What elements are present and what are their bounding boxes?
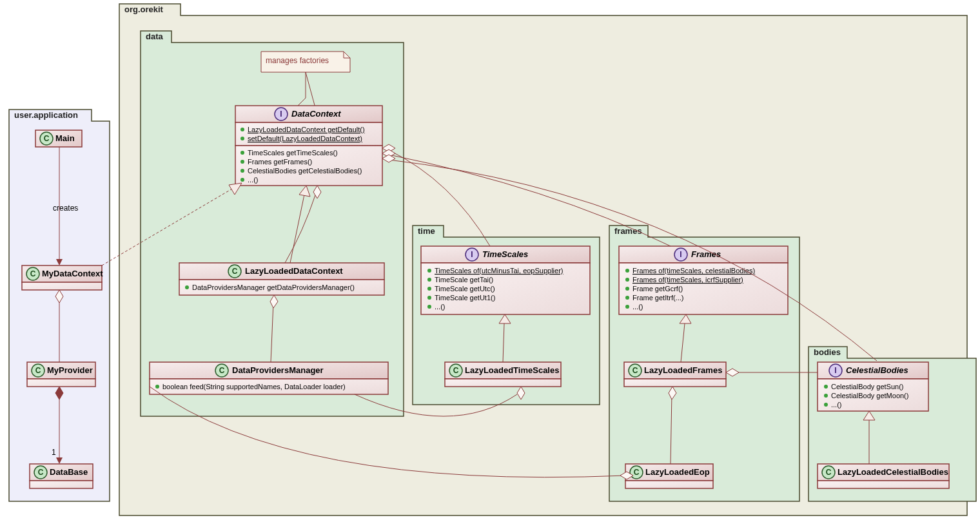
edge-label-creates: creates: [53, 204, 78, 213]
svg-text:C: C: [826, 468, 832, 477]
svg-text:CelestialBodies getCelestialBo: CelestialBodies getCelestialBodies(): [248, 167, 362, 175]
class-mydatacontext: C MyDataContext: [22, 265, 103, 290]
svg-text:C: C: [38, 468, 44, 477]
svg-text:LazyLoadedTimeScales: LazyLoadedTimeScales: [465, 365, 559, 375]
svg-text:...(): ...(): [435, 303, 446, 311]
svg-text:manages factories: manages factories: [266, 56, 329, 65]
svg-point-44: [185, 285, 189, 289]
svg-text:C: C: [632, 366, 638, 375]
interface-celestialbodies: I CelestialBodies CelestialBody getSun()…: [818, 362, 928, 411]
svg-rect-16: [30, 481, 93, 488]
class-myprovider: C MyProvider: [27, 362, 95, 387]
svg-text:I: I: [471, 250, 473, 259]
class-database: C DataBase: [30, 464, 93, 488]
svg-rect-94: [625, 481, 713, 488]
svg-text:Frame getItrf(...): Frame getItrf(...): [632, 294, 683, 302]
svg-text:TimeScale getTai(): TimeScale getTai(): [435, 276, 493, 284]
svg-text:I: I: [680, 250, 681, 259]
svg-point-107: [824, 403, 828, 407]
svg-text:Frames: Frames: [691, 249, 721, 259]
svg-text:C: C: [232, 267, 238, 276]
svg-point-31: [240, 151, 244, 155]
svg-text:TimeScales of(utcMinusTai, eop: TimeScales of(utcMinusTai, eopSupplier): [435, 267, 564, 274]
svg-point-78: [625, 269, 629, 273]
svg-text:C: C: [219, 366, 225, 375]
svg-text:C: C: [30, 269, 36, 278]
svg-point-37: [240, 178, 244, 182]
svg-point-82: [625, 287, 629, 291]
svg-point-27: [240, 137, 244, 140]
svg-point-80: [625, 278, 629, 282]
svg-point-66: [427, 305, 431, 309]
svg-point-25: [240, 128, 244, 131]
svg-text:C: C: [35, 366, 41, 375]
svg-text:TimeScale getUt1(): TimeScale getUt1(): [435, 294, 495, 302]
svg-text:DataContext: DataContext: [291, 109, 341, 119]
svg-text:DataProvidersManager getDataPr: DataProvidersManager getDataProvidersMan…: [192, 284, 355, 291]
edge-label-one: 1: [52, 448, 56, 457]
class-main: C Main: [35, 130, 82, 147]
svg-text:CelestialBody getSun(): CelestialBody getSun(): [831, 383, 904, 390]
svg-text:LazyLoadedDataContext: LazyLoadedDataContext: [245, 266, 343, 276]
svg-point-105: [824, 394, 828, 398]
svg-rect-89: [624, 379, 726, 387]
svg-text:Frames getFrames(): Frames getFrames(): [248, 158, 312, 166]
svg-text:boolean feed(String supportedN: boolean feed(String supportedNames, Data…: [162, 383, 346, 390]
interface-timescales: I TimeScales TimeScales of(utcMinusTai, …: [421, 246, 590, 314]
svg-text:MyProvider: MyProvider: [47, 365, 93, 375]
svg-text:setDefault(LazyLoadedDataConte: setDefault(LazyLoadedDataContext): [248, 135, 362, 142]
svg-text:I: I: [280, 110, 282, 119]
svg-text:C: C: [44, 134, 50, 143]
svg-text:LazyLoadedDataContext getDefau: LazyLoadedDataContext getDefault(): [248, 126, 365, 133]
svg-text:TimeScales getTimeScales(): TimeScales getTimeScales(): [248, 149, 338, 157]
svg-text:TimeScales: TimeScales: [482, 249, 528, 259]
svg-rect-69: [445, 379, 561, 387]
svg-point-58: [427, 269, 431, 273]
class-dataprovidersmanager: C DataProvidersManager boolean feed(Stri…: [150, 362, 388, 394]
svg-point-64: [427, 296, 431, 300]
svg-text:...(): ...(): [632, 303, 643, 311]
svg-rect-6: [22, 282, 102, 290]
svg-text:C: C: [453, 366, 459, 375]
svg-text:C: C: [634, 468, 640, 477]
package-data: data: [141, 31, 404, 416]
svg-text:Frames of(timeScales, icrfSupp: Frames of(timeScales, icrfSupplier): [632, 276, 743, 284]
svg-text:Main: Main: [55, 133, 75, 143]
svg-text:CelestialBody getMoon(): CelestialBody getMoon(): [831, 392, 908, 399]
package-user-label: user.application: [14, 110, 78, 120]
svg-text:TimeScale getUtc(): TimeScale getUtc(): [435, 285, 495, 293]
svg-point-35: [240, 169, 244, 173]
svg-text:LazyLoadedFrames: LazyLoadedFrames: [644, 365, 722, 375]
svg-text:LazyLoadedCelestialBodies: LazyLoadedCelestialBodies: [838, 467, 948, 477]
class-lazyloadedeop: C LazyLoadedEop: [625, 464, 713, 488]
class-lazyloadedcelestialbodies: C LazyLoadedCelestialBodies: [818, 464, 949, 488]
package-orekit-label: org.orekit: [124, 5, 164, 14]
class-lazyloadedtimescales: C LazyLoadedTimeScales: [445, 362, 561, 387]
svg-text:LazyLoadedEop: LazyLoadedEop: [645, 467, 710, 477]
class-lazyloadedframes: C LazyLoadedFrames: [624, 362, 726, 387]
svg-rect-11: [27, 379, 95, 387]
svg-text:Frames of(timeScales, celestia: Frames of(timeScales, celestialBodies): [632, 267, 755, 274]
svg-text:CelestialBodies: CelestialBodies: [846, 365, 908, 375]
svg-point-51: [155, 385, 159, 389]
svg-text:DataBase: DataBase: [50, 467, 88, 477]
interface-datacontext: I DataContext LazyLoadedDataContext getD…: [235, 106, 382, 186]
svg-point-62: [427, 287, 431, 291]
svg-point-33: [240, 160, 244, 164]
svg-point-86: [625, 305, 629, 309]
svg-point-84: [625, 296, 629, 300]
svg-text:...(): ...(): [248, 176, 259, 184]
svg-text:...(): ...(): [831, 401, 842, 409]
package-data-label: data: [146, 32, 164, 41]
svg-rect-110: [818, 481, 949, 488]
svg-point-60: [427, 278, 431, 282]
svg-text:DataProvidersManager: DataProvidersManager: [232, 365, 324, 375]
svg-text:Frame getGcrf(): Frame getGcrf(): [632, 285, 683, 293]
package-time-label: time: [418, 226, 435, 236]
class-lazyloadeddatacontext: C LazyLoadedDataContext DataProvidersMan…: [179, 263, 384, 295]
svg-point-103: [824, 385, 828, 389]
svg-text:MyDataContext: MyDataContext: [42, 269, 103, 278]
svg-text:I: I: [834, 366, 836, 375]
package-bodies-label: bodies: [814, 347, 841, 357]
